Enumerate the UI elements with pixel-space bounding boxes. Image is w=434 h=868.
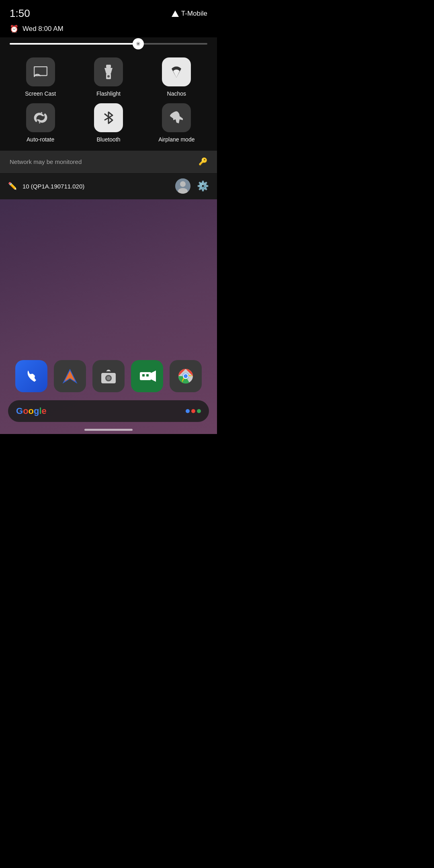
bottom-left-section: ✏️ 10 (QP1A.190711.020) xyxy=(8,182,84,190)
nachos-svg xyxy=(169,65,184,79)
status-time: 1:50 xyxy=(10,7,30,20)
home-indicator[interactable] xyxy=(84,429,133,431)
user-avatar[interactable] xyxy=(175,178,190,194)
tile-flashlight[interactable]: Flashlight xyxy=(78,57,139,97)
svg-rect-3 xyxy=(106,65,111,68)
home-screen: Google xyxy=(0,249,217,434)
bluetooth-label: Bluetooth xyxy=(96,136,120,143)
tile-screen-cast[interactable]: Screen Cast xyxy=(10,57,71,97)
screen-cast-icon-bg xyxy=(26,57,55,86)
svg-point-21 xyxy=(184,374,188,378)
brightness-slider-track[interactable]: ✳ xyxy=(10,43,207,45)
svg-rect-17 xyxy=(146,374,149,377)
key-icon: 🔑 xyxy=(199,157,207,166)
dot-green xyxy=(197,409,201,413)
airplane-mode-label: Airplane mode xyxy=(158,136,194,143)
google-logo: Google xyxy=(16,406,47,416)
alarm-info: ⏰ Wed 8:00 AM xyxy=(10,25,63,33)
phone-icon xyxy=(23,367,40,385)
flashlight-icon-bg xyxy=(94,57,123,86)
quick-settings-panel: 1:50 T-Mobile ⏰ Wed 8:00 AM ✳ xyxy=(0,0,217,199)
svg-marker-4 xyxy=(104,68,113,74)
svg-marker-15 xyxy=(151,371,156,382)
flashlight-label: Flashlight xyxy=(96,90,121,97)
airplane-svg xyxy=(169,111,184,125)
alarm-label: Wed 8:00 AM xyxy=(23,25,63,33)
meet-icon xyxy=(138,367,156,385)
svg-point-13 xyxy=(106,376,111,380)
quick-tiles-grid: Screen Cast Flashlight Nac xyxy=(0,51,217,151)
settings-icon[interactable]: ⚙️ xyxy=(197,180,209,192)
chrome-icon xyxy=(177,367,194,385)
network-bar[interactable]: Network may be monitored 🔑 xyxy=(0,151,217,172)
screen-cast-label: Screen Cast xyxy=(25,90,56,97)
svg-marker-10 xyxy=(63,370,76,383)
dot-blue xyxy=(186,409,190,413)
brightness-icon: ✳ xyxy=(136,41,141,47)
avatar-image xyxy=(175,178,190,194)
nav-icon xyxy=(61,367,79,385)
auto-rotate-svg xyxy=(33,111,48,125)
dot-red xyxy=(191,409,195,413)
app-phone[interactable] xyxy=(15,360,47,392)
nachos-icon-bg xyxy=(162,57,191,86)
signal-icon xyxy=(172,10,179,17)
app-chrome[interactable] xyxy=(170,360,202,392)
google-search-bar[interactable]: Google xyxy=(8,400,209,422)
svg-point-8 xyxy=(180,181,186,187)
bottom-right-section: ⚙️ xyxy=(175,178,209,194)
carrier-label: T-Mobile xyxy=(181,10,207,18)
edit-icon[interactable]: ✏️ xyxy=(8,182,17,190)
screen-cast-svg xyxy=(34,66,47,78)
brightness-row[interactable]: ✳ xyxy=(0,37,217,51)
brightness-thumb[interactable]: ✳ xyxy=(133,38,144,49)
search-dots xyxy=(186,409,201,413)
tile-auto-rotate[interactable]: Auto-rotate xyxy=(10,103,71,143)
tile-airplane-mode[interactable]: Airplane mode xyxy=(146,103,207,143)
nachos-label: Nachos xyxy=(167,90,186,97)
app-dock xyxy=(0,360,217,396)
airplane-icon-bg xyxy=(162,103,191,132)
alarm-icon: ⏰ xyxy=(10,25,18,33)
flashlight-svg xyxy=(103,65,114,79)
bluetooth-icon-bg xyxy=(94,103,123,132)
status-right: T-Mobile xyxy=(172,10,207,18)
app-nav[interactable] xyxy=(54,360,86,392)
bluetooth-svg xyxy=(103,111,114,125)
camera-icon xyxy=(100,367,117,385)
svg-marker-0 xyxy=(172,10,179,17)
build-label: 10 (QP1A.190711.020) xyxy=(23,183,84,190)
alarm-row: ⏰ Wed 8:00 AM xyxy=(0,23,217,37)
auto-rotate-icon-bg xyxy=(26,103,55,132)
svg-rect-16 xyxy=(142,374,145,377)
svg-rect-14 xyxy=(140,372,151,380)
svg-point-6 xyxy=(107,75,110,78)
app-camera[interactable] xyxy=(92,360,125,392)
brightness-slider-fill xyxy=(10,43,138,45)
app-meet[interactable] xyxy=(131,360,163,392)
tile-nachos[interactable]: Nachos xyxy=(146,57,207,97)
tile-bluetooth[interactable]: Bluetooth xyxy=(78,103,139,143)
network-monitor-text: Network may be monitored xyxy=(10,158,82,165)
bottom-bar: ✏️ 10 (QP1A.190711.020) ⚙️ xyxy=(0,172,217,199)
status-bar: 1:50 T-Mobile xyxy=(0,0,217,23)
auto-rotate-label: Auto-rotate xyxy=(27,136,54,143)
